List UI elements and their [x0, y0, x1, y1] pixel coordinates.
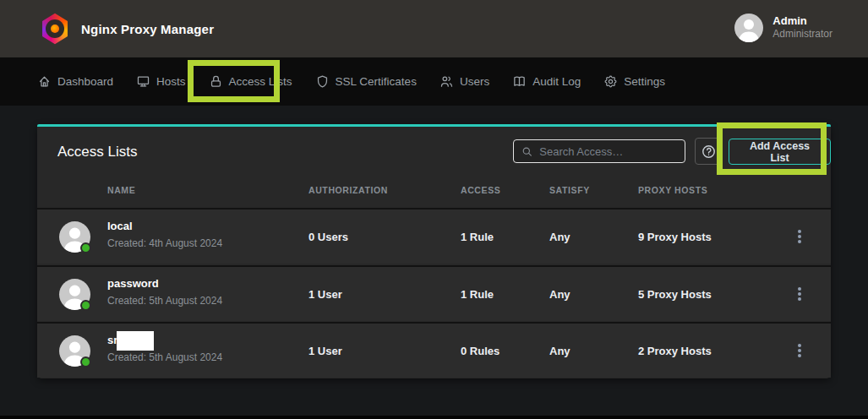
help-button[interactable] — [695, 138, 722, 165]
nav-item-settings[interactable]: Settings — [603, 74, 665, 89]
kebab-icon — [798, 230, 801, 243]
window-bottom-edge — [0, 416, 868, 419]
book-icon — [512, 74, 527, 89]
row-menu-button[interactable] — [789, 324, 810, 378]
status-dot — [80, 300, 91, 311]
cell-proxy-hosts: 9 Proxy Hosts — [638, 210, 712, 264]
search-box — [513, 139, 685, 163]
row-menu-button[interactable] — [789, 210, 810, 264]
user-menu[interactable]: Admin Administrator — [734, 14, 833, 42]
nav-item-hosts[interactable]: Hosts — [136, 74, 186, 89]
kebab-icon — [798, 287, 801, 301]
table-header: NAME AUTHORIZATION ACCESS SATISFY PROXY … — [37, 175, 831, 208]
redaction-box — [117, 331, 154, 351]
column-header-proxy-hosts: PROXY HOSTS — [638, 185, 707, 195]
table-row[interactable]: password Created: 5th August 2024 1 User… — [37, 265, 831, 321]
page-title: Access Lists — [57, 144, 137, 161]
status-dot — [80, 356, 91, 367]
search-input[interactable] — [539, 145, 677, 158]
user-avatar — [734, 14, 763, 42]
access-list-created: Created: 4th August 2024 — [107, 237, 222, 249]
app-logo-icon[interactable] — [41, 13, 69, 45]
person-icon — [734, 14, 763, 42]
cell-proxy-hosts: 5 Proxy Hosts — [638, 267, 712, 321]
column-header-satisfy: SATISFY — [549, 185, 590, 195]
nav-item-audit-log[interactable]: Audit Log — [512, 74, 581, 89]
add-access-list-button[interactable]: Add Access List — [729, 139, 831, 165]
nav-label: Hosts — [156, 75, 186, 88]
nav-label: SSL Certificates — [336, 75, 417, 88]
nav-label: Users — [460, 75, 489, 88]
cell-satisfy: Any — [549, 210, 570, 264]
users-icon — [439, 74, 454, 89]
cell-access: 1 Rule — [461, 210, 494, 264]
monitor-icon — [136, 74, 150, 89]
nav-label: Access Lists — [229, 75, 292, 88]
cell-authorization: 1 User — [308, 267, 342, 321]
status-dot — [80, 242, 91, 253]
nav-item-users[interactable]: Users — [439, 74, 489, 89]
nav-label: Dashboard — [57, 75, 113, 88]
cell-satisfy: Any — [549, 324, 570, 378]
row-avatar — [59, 221, 90, 253]
row-menu-button[interactable] — [789, 267, 810, 321]
cell-access: 1 Rule — [461, 267, 494, 321]
help-icon — [701, 144, 717, 160]
user-role: Administrator — [772, 28, 833, 41]
cell-proxy-hosts: 2 Proxy Hosts — [638, 324, 712, 378]
nav-item-ssl-certificates[interactable]: SSL Certificates — [315, 74, 417, 89]
table-row[interactable]: sn Created: 5th August 2024 1 User 0 Rul… — [37, 322, 831, 378]
nav-label: Settings — [624, 75, 665, 88]
shield-icon — [315, 74, 330, 89]
column-header-access: ACCESS — [461, 185, 500, 195]
nav-item-access-lists[interactable]: Access Lists — [209, 74, 292, 89]
column-header-name: NAME — [107, 185, 135, 195]
kebab-icon — [798, 344, 801, 357]
access-lists-panel: Access Lists Add Access List NAME AUTHOR… — [37, 124, 831, 378]
user-name: Admin — [772, 14, 833, 28]
row-avatar — [59, 279, 90, 310]
search-icon — [521, 145, 532, 158]
nav-label: Audit Log — [532, 75, 581, 88]
cell-authorization: 1 User — [308, 324, 342, 378]
access-list-created: Created: 5th August 2024 — [107, 351, 222, 363]
app-title: Nginx Proxy Manager — [81, 22, 214, 36]
access-list-name: local — [107, 220, 133, 232]
home-icon — [37, 74, 52, 89]
lock-icon — [209, 74, 223, 89]
main-nav: Dashboard Hosts Access Lists SSL Certifi… — [0, 57, 868, 106]
gear-icon — [603, 74, 618, 89]
cell-satisfy: Any — [549, 267, 570, 321]
cell-access: 0 Rules — [461, 324, 500, 378]
table-row[interactable]: local Created: 4th August 2024 0 Users 1… — [37, 208, 831, 264]
column-header-authorization: AUTHORIZATION — [308, 185, 388, 195]
top-bar: Nginx Proxy Manager Admin Administrator — [0, 0, 868, 57]
row-avatar — [59, 335, 90, 367]
cell-authorization: 0 Users — [308, 210, 348, 264]
access-list-name: password — [107, 277, 159, 290]
access-list-created: Created: 5th August 2024 — [107, 295, 222, 307]
nav-item-dashboard[interactable]: Dashboard — [37, 74, 113, 89]
